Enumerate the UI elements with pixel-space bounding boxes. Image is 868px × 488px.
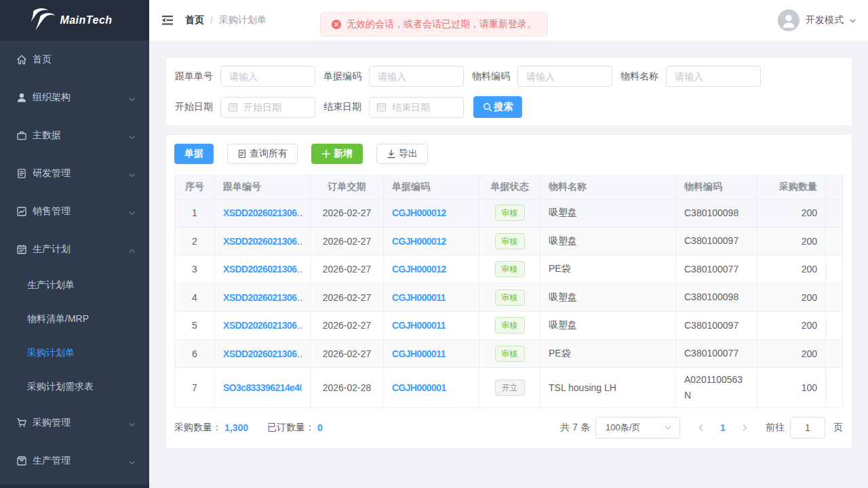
brand-name: MainTech [60,14,112,26]
cell-gutter [826,340,843,368]
doc-no-link[interactable]: CGJH000011 [392,320,446,331]
search-input-物料名称[interactable] [667,66,760,86]
cell-order-no: XSDD2026021306… [215,227,311,256]
search-button[interactable]: 搜索 [473,96,522,118]
truncation-ellipsis: … [296,264,302,274]
next-page-button[interactable] [734,417,755,439]
sidebar-subitem-采购计划单[interactable]: 采购计划单 [0,336,149,370]
sidebar-subitem-物料清单/MRP[interactable]: 物料清单/MRP [0,302,149,336]
hamburger-icon[interactable] [161,15,174,26]
ordered-qty-summary: 已订数量： 0 [267,422,323,434]
navbar-user[interactable]: 开发模式 [778,9,856,31]
breadcrumb-current: 采购计划单 [219,14,267,26]
search-input-跟单单号[interactable] [221,66,315,86]
table-row-7[interactable]: 7SO3c833396214e402026-02-28CGJH000001开立T… [175,368,843,408]
breadcrumb-home[interactable]: 首页 [185,14,204,26]
sidebar-subitem-生产计划单[interactable]: 生产计划单 [0,268,149,302]
form-label: 物料编码 [472,70,510,83]
column-header-单据编码: 单据编码 [384,176,479,199]
sidebar-item-首页[interactable]: 首页 [0,41,149,79]
sidebar-item-组织架构[interactable]: 组织架构 [0,79,149,117]
page-jumper: 前往 页 [766,417,843,439]
table-row-4[interactable]: 4XSDD2026021306…2026-02-27CGJH000011审核吸塑… [175,283,843,312]
sidebar-item-生产管理[interactable]: 生产管理 [0,442,149,480]
table-row-3[interactable]: 3XSDD2026021306…2026-02-27CGJH000012审核PE… [175,256,843,284]
search-input-物料编码[interactable] [518,66,612,86]
user-mode-label[interactable]: 开发模式 [806,14,844,26]
status-tag: 审核 [495,205,525,221]
form-label: 单据编码 [323,70,361,83]
cell-doc-no: CGJH000011 [384,312,479,340]
doc-no-link[interactable]: CGJH000001 [392,382,446,393]
sidebar-item-label: 销售管理 [33,205,128,218]
chart-icon [16,206,27,217]
cell-index: 2 [175,227,215,256]
cell-qty: 100 [757,368,826,408]
chevron-down-icon [128,170,136,178]
table-footer: 采购数量： 1,300 已订数量： 0 共 7 条 100条/页 [174,417,843,439]
table-row-5[interactable]: 5XSDD2026021306…2026-02-27CGJH000011审核吸塑… [175,312,843,340]
cell-material-name: 吸塑盘 [540,199,676,228]
doc-no-link[interactable]: CGJH000011 [392,292,446,303]
sidebar-item-采购管理[interactable]: 采购管理 [0,404,149,442]
toolbar-button-新增[interactable]: 新增 [311,144,363,164]
cell-status: 开立 [479,368,540,408]
goto-page-input[interactable] [790,417,825,439]
cell-material-code: C380100077 [676,340,757,368]
avatar[interactable] [778,9,800,31]
order-no-link[interactable]: XSDD2026021306 [223,320,296,331]
doc-no-link[interactable]: CGJH000011 [392,348,446,359]
table-row-2[interactable]: 2XSDD2026021306…2026-02-27CGJH000012审核吸塑… [175,227,843,256]
toolbar-button-label: 查询所有 [250,148,288,160]
table-row-1[interactable]: 1XSDD2026021306…2026-02-27CGJH000012审核吸塑… [175,199,843,228]
error-toast-text: 无效的会话，或者会话已过期，请重新登录。 [347,18,536,30]
doc-no-link[interactable]: CGJH000012 [392,207,446,218]
cell-qty: 200 [757,340,826,368]
cell-doc-no: CGJH000012 [384,227,479,256]
ordered-qty-label: 已订数量： [267,422,315,434]
sidebar-item-生产计划[interactable]: 生产计划 [0,230,149,268]
sidebar-item-研发管理[interactable]: 研发管理 [0,155,149,192]
toolbar: 单据查询所有新增导出 [174,144,843,164]
order-no-link[interactable]: SO3c833396214e40 [223,382,302,393]
goto-label: 前往 [766,422,785,434]
cell-material-name: PE袋 [540,256,676,284]
cell-delivery-date: 2026-02-27 [311,340,384,368]
top-navbar: 首页 / 采购计划单 无效的会话，或者会话已过期，请重新登录。 [149,0,868,41]
cell-delivery-date: 2026-02-27 [311,283,384,312]
cell-order-no: SO3c833396214e40 [215,368,311,408]
cell-material-name: 吸塑盘 [540,283,676,312]
caret-down-icon[interactable] [849,17,856,24]
search-input-单据编码[interactable] [370,66,463,86]
order-no-link[interactable]: XSDD2026021306 [223,264,296,274]
current-page[interactable]: 1 [712,422,734,433]
sidebar-item-销售管理[interactable]: 销售管理 [0,192,149,230]
order-no-link[interactable]: XSDD2026021306 [223,348,296,359]
sidebar-subitem-采购计划需求表[interactable]: 采购计划需求表 [0,370,149,404]
document-icon [16,168,27,179]
sidebar-item-label: 研发管理 [33,167,128,180]
order-no-link[interactable]: XSDD2026021306 [223,236,296,247]
calendar-icon [16,244,27,255]
order-no-link[interactable]: XSDD2026021306 [223,207,296,218]
table-row-6[interactable]: 6XSDD2026021306…2026-02-27CGJH000011审核PE… [175,340,843,368]
cell-material-code: A0201100563N [676,368,757,408]
page-size-select[interactable]: 100条/页 [595,417,680,439]
pagination: 共 7 条 100条/页 1 前往 [560,417,843,439]
toolbar-button-单据[interactable]: 单据 [174,144,214,164]
cell-delivery-date: 2026-02-27 [311,199,384,228]
sidebar-menu: 首页组织架构主数据研发管理销售管理生产计划生产计划单物料清单/MRP采购计划单采… [0,41,149,480]
sidebar-bottom-strip [0,485,149,488]
doc-no-link[interactable]: CGJH000012 [392,236,446,247]
toolbar-button-查询所有[interactable]: 查询所有 [227,144,298,164]
prev-page-button[interactable] [690,417,712,439]
chevron-down-icon [128,208,136,216]
doc-no-link[interactable]: CGJH000012 [392,264,446,274]
order-no-link[interactable]: XSDD2026021306 [223,292,296,303]
brand-logo: MainTech [0,0,149,41]
app-root: MainTech 首页组织架构主数据研发管理销售管理生产计划生产计划单物料清单/… [0,0,868,488]
toolbar-button-导出[interactable]: 导出 [376,144,428,164]
status-tag: 审核 [495,346,525,362]
form-item-物料名称: 物料名称 [620,66,761,87]
sidebar-item-主数据[interactable]: 主数据 [0,117,149,155]
